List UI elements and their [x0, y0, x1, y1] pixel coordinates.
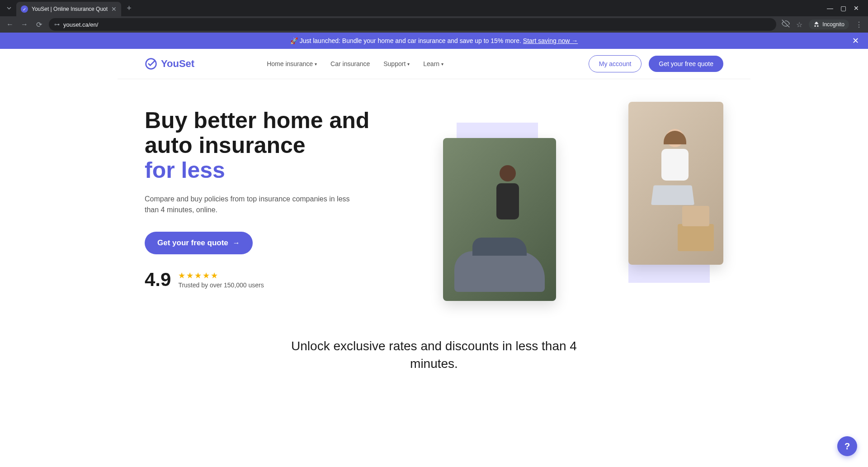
promo-link[interactable]: Start saving now → [523, 37, 578, 44]
rating-text: Trusted by over 150,000 users [178, 281, 264, 289]
forward-button[interactable]: → [20, 20, 29, 29]
incognito-label: Incognito [822, 21, 844, 28]
promo-text: Just launched: Bundle your home and car … [298, 37, 523, 44]
site-header: YouSet Home insurance ▾ Car insurance Su… [118, 49, 750, 79]
bookmark-icon[interactable]: ☆ [796, 20, 802, 29]
new-tab-button[interactable]: + [123, 2, 135, 15]
nav-menu: Home insurance ▾ Car insurance Support ▾… [267, 60, 443, 67]
nav-support[interactable]: Support ▾ [383, 60, 410, 67]
rating-block: 4.9 ★★★★★ Trusted by over 150,000 users [145, 269, 425, 291]
help-button[interactable]: ? [837, 436, 857, 456]
browser-tab[interactable]: ✓ YouSet | Online Insurance Quot ✕ [16, 2, 121, 16]
hero-section: Buy better home and auto insurance for l… [118, 79, 750, 324]
hero-image-laptop [628, 102, 723, 265]
close-banner-icon[interactable]: ✕ [852, 36, 859, 46]
star-rating-icon: ★★★★★ [178, 271, 264, 281]
logo[interactable]: YouSet [145, 57, 194, 70]
tab-bar: ✓ YouSet | Online Insurance Quot ✕ + — ▢… [0, 0, 868, 16]
back-button[interactable]: ← [5, 20, 14, 29]
nav-car-insurance[interactable]: Car insurance [330, 60, 370, 67]
tab-search-dropdown[interactable] [4, 3, 14, 14]
header-cta-button[interactable]: Get your free quote [649, 56, 723, 72]
logo-text: YouSet [161, 58, 194, 70]
page-content: 🚀 Just launched: Bundle your home and ca… [0, 33, 868, 467]
browser-chrome: ✓ YouSet | Online Insurance Quot ✕ + — ▢… [0, 0, 868, 33]
hero-image-car [443, 138, 556, 301]
minimize-icon[interactable]: — [827, 5, 833, 12]
incognito-badge[interactable]: Incognito [809, 19, 849, 29]
chevron-down-icon: ▾ [441, 62, 443, 67]
hero-title: Buy better home and auto insurance for l… [145, 108, 425, 183]
my-account-button[interactable]: My account [589, 55, 642, 72]
site-info-icon[interactable]: ⊶ [54, 21, 60, 28]
maximize-icon[interactable]: ▢ [840, 5, 846, 12]
rocket-icon: 🚀 [290, 37, 298, 44]
url-text: youset.ca/en/ [63, 21, 771, 28]
reload-button[interactable]: ⟳ [34, 20, 43, 29]
eye-off-icon[interactable] [782, 19, 790, 29]
promo-banner: 🚀 Just launched: Bundle your home and ca… [0, 33, 868, 49]
header-actions: My account Get your free quote [589, 55, 723, 72]
tagline: Unlock exclusive rates and discounts in … [276, 324, 592, 395]
nav-home-insurance[interactable]: Home insurance ▾ [267, 60, 317, 67]
menu-icon[interactable]: ⋮ [855, 20, 863, 29]
hero-content: Buy better home and auto insurance for l… [145, 102, 425, 301]
url-actions: ☆ Incognito ⋮ [782, 19, 863, 29]
close-window-icon[interactable]: ✕ [854, 5, 859, 12]
window-controls: — ▢ ✕ [827, 5, 864, 12]
url-input[interactable]: ⊶ youset.ca/en/ [49, 18, 776, 31]
url-bar: ← → ⟳ ⊶ youset.ca/en/ ☆ Incognito ⋮ [0, 16, 868, 33]
hero-subtitle: Compare and buy policies from top insura… [145, 194, 353, 215]
chevron-down-icon: ▾ [315, 62, 317, 67]
nav-learn[interactable]: Learn ▾ [423, 60, 443, 67]
hero-images [443, 102, 723, 301]
arrow-right-icon: → [233, 239, 240, 247]
logo-checkmark-icon [145, 57, 157, 70]
hero-title-accent: for less [145, 157, 225, 183]
rating-value: 4.9 [145, 269, 171, 291]
hero-cta-button[interactable]: Get your free quote → [145, 232, 253, 254]
favicon-icon: ✓ [21, 5, 28, 13]
tab-title: YouSet | Online Insurance Quot [32, 6, 108, 12]
close-tab-icon[interactable]: ✕ [111, 5, 117, 13]
chevron-down-icon: ▾ [407, 62, 410, 67]
